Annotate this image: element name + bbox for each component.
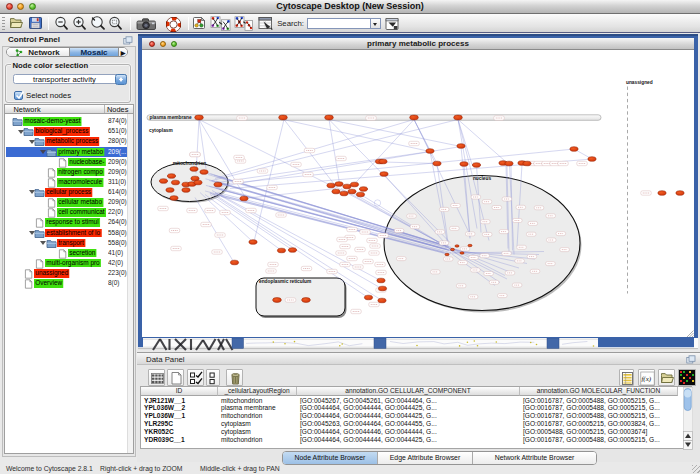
table-cell[interactable]: [GO:0016787, GO:0005488, GO:0005215, G..…	[520, 436, 678, 444]
graph-node[interactable]	[240, 196, 248, 201]
table-cell[interactable]: [GO:0045267, GO:0045261, GO:0044464, G..…	[297, 397, 520, 405]
graph-node[interactable]	[279, 115, 288, 120]
save-icon[interactable]	[28, 16, 43, 30]
graph-node[interactable]	[364, 295, 372, 300]
graph-node[interactable]	[200, 169, 208, 174]
network-canvas[interactable]: plasma membranecytoplasmmitochondrionnuc…	[142, 50, 694, 338]
tab-mosaic[interactable]: Mosaic	[69, 48, 119, 57]
table-cell[interactable]: mitochondrion	[218, 412, 297, 420]
table-column-header[interactable]: ID	[141, 387, 218, 396]
attribute-matrix-button[interactable]	[619, 369, 634, 386]
tree-scrollbar[interactable]	[127, 114, 133, 453]
tab-network-attribute-browser[interactable]: Network Attribute Browser	[473, 452, 596, 464]
tree-header-divider[interactable]	[104, 105, 105, 113]
window-resize-grip[interactable]	[692, 465, 700, 473]
table-cell[interactable]: YJR121W__1	[141, 397, 218, 405]
graph-node[interactable]	[457, 143, 465, 148]
table-column-header[interactable]: annotation.GO MOLECULAR_FUNCTION	[520, 387, 678, 396]
table-cell[interactable]: YPL036W__2	[141, 404, 218, 412]
graph-node[interactable]	[166, 187, 174, 192]
graph-node[interactable]	[523, 161, 531, 166]
graph-node[interactable]	[460, 251, 464, 253]
table-cell[interactable]: cytoplasm	[218, 428, 297, 436]
graph-node[interactable]	[455, 244, 459, 246]
graph-node[interactable]	[302, 297, 311, 302]
graph-node[interactable]	[182, 187, 190, 192]
graph-node[interactable]	[340, 191, 348, 196]
table-cell[interactable]: [GO:0044464, GO:0044444, GO:0044425, G..…	[297, 412, 520, 420]
table-cell[interactable]: cytoplasm	[218, 420, 297, 428]
table-cell[interactable]: [GO:0045263, GO:0044464, GO:0044455, G..…	[297, 420, 520, 428]
graph-node[interactable]	[359, 186, 367, 191]
table-scrollbar[interactable]	[683, 387, 693, 450]
table-cell[interactable]: [GO:0016787, GO:0005488, GO:0005215, G..…	[520, 412, 678, 420]
unselect-attributes-button[interactable]	[206, 369, 220, 386]
graph-node[interactable]	[410, 115, 419, 120]
tree-row[interactable]: multi-organism pro42(0)	[6, 258, 132, 268]
graph-node[interactable]	[433, 161, 441, 166]
open-folder-icon[interactable]	[9, 16, 24, 30]
zoom-in-icon[interactable]	[72, 16, 87, 31]
tree-row[interactable]: macromolecule311(0)	[6, 177, 132, 187]
graph-node[interactable]	[327, 183, 335, 188]
graph-node[interactable]	[325, 115, 334, 120]
graph-node[interactable]	[277, 248, 285, 253]
graph-node[interactable]	[332, 189, 340, 194]
graph-node[interactable]	[343, 184, 351, 189]
graph-node[interactable]	[377, 278, 385, 283]
tree-row[interactable]: Overview8(0)	[6, 278, 132, 288]
tree-row[interactable]: cell communicat22(0)	[6, 207, 132, 217]
graph-node[interactable]	[214, 182, 222, 187]
graph-node[interactable]	[194, 180, 202, 185]
graph-node[interactable]	[288, 247, 296, 252]
select-attributes-button[interactable]	[187, 369, 204, 386]
graph-node[interactable]	[570, 146, 578, 151]
tree-row[interactable]: metabolic process280(0)	[6, 137, 132, 147]
graph-node[interactable]	[356, 192, 364, 197]
search-input[interactable]	[307, 18, 371, 30]
table-cell[interactable]: YLR295C	[141, 420, 218, 428]
graph-node[interactable]	[460, 161, 468, 166]
graph-node[interactable]	[249, 239, 257, 244]
zoom-selected-icon[interactable]	[108, 16, 123, 31]
graph-node[interactable]	[505, 161, 513, 166]
tree-row[interactable]: response to stimul264(0)	[6, 218, 132, 228]
network-window-titlebar[interactable]: primary metabolic process	[142, 38, 694, 50]
tab-overflow-button[interactable]: ▶	[119, 48, 127, 57]
table-cell[interactable]: [GO:0005488, GO:0005215, GO:0003674]	[520, 428, 678, 436]
graph-node[interactable]	[378, 298, 386, 303]
tree-row[interactable]: establishment of lo558(0)	[6, 228, 132, 238]
help-lifesaver-icon[interactable]	[166, 17, 181, 32]
table-column-header[interactable]: _cellularLayoutRegion	[218, 387, 297, 396]
table-cell[interactable]: [GO:0044464, GO:0044446, GO:0044444, G..…	[297, 428, 520, 436]
graph-node[interactable]	[350, 182, 358, 187]
graph-node[interactable]	[167, 173, 175, 178]
table-cell[interactable]: mitochondrion	[218, 397, 297, 405]
tree-row[interactable]: cellular metabo209(0)	[6, 197, 132, 207]
tree-row[interactable]: mosaic-demo-yeast874(0)	[6, 116, 132, 126]
formula-builder-button[interactable]: f(x)	[638, 369, 655, 386]
table-cell[interactable]: mitochondrion	[218, 436, 297, 444]
export-network-icon[interactable]	[234, 16, 253, 31]
delete-attribute-button[interactable]	[226, 369, 243, 386]
tree-row[interactable]: biological_process651(0)	[6, 127, 132, 137]
import-network-icon[interactable]	[210, 16, 231, 31]
tree-row[interactable]: unassigned223(0)	[6, 268, 132, 278]
table-cell[interactable]: YKR052C	[141, 428, 218, 436]
graph-node[interactable]	[658, 190, 666, 195]
graph-node[interactable]	[380, 171, 388, 176]
float-panel-icon[interactable]	[123, 36, 133, 45]
graph-node[interactable]	[472, 162, 480, 167]
search-dropdown-button[interactable]	[371, 18, 381, 30]
graph-node[interactable]	[195, 115, 204, 120]
graph-node[interactable]	[335, 181, 343, 186]
new-attribute-button[interactable]	[167, 369, 184, 386]
endoplasmic-reticulum-region[interactable]	[256, 278, 345, 316]
import-attributes-button[interactable]	[658, 369, 675, 386]
vizmapper-icon[interactable]	[192, 16, 206, 30]
graph-node[interactable]	[468, 244, 472, 246]
graph-node[interactable]	[426, 148, 434, 153]
graph-node[interactable]	[450, 248, 454, 250]
graph-node[interactable]	[348, 189, 356, 194]
tree-row[interactable]: nitrogen compo209(0)	[6, 167, 132, 177]
